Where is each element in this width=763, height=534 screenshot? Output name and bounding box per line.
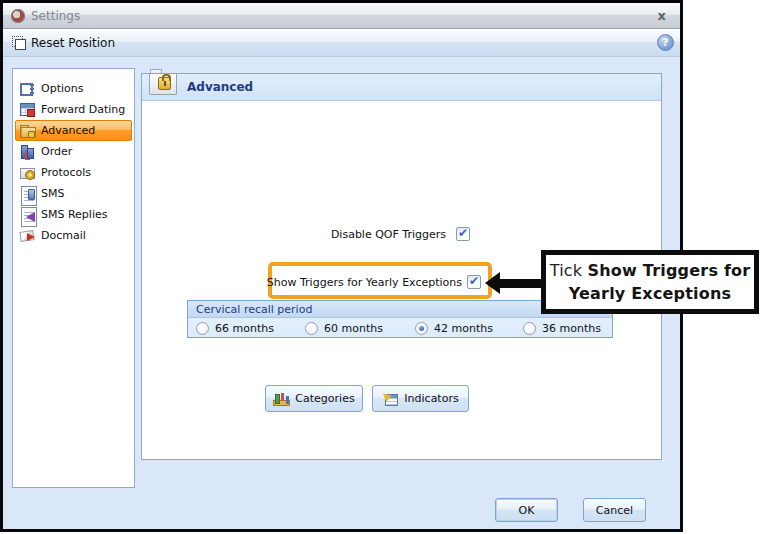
checkbox-label: Show Triggers for Yearly Exceptions (267, 276, 462, 289)
sidebar-item-label: SMS (41, 187, 64, 200)
radio-60-months[interactable]: 60 months (305, 322, 383, 335)
categories-button[interactable]: Categories (265, 385, 363, 412)
annotation-prefix: Tick (550, 261, 588, 280)
categories-button-label: Categories (295, 392, 354, 405)
folder-gear-icon (20, 165, 35, 180)
sidebar-item-sms[interactable]: SMS (15, 183, 132, 204)
annotation-callout: Tick Show Triggers for Yearly Exceptions (541, 250, 759, 314)
annotation-arrow-icon (485, 272, 500, 294)
sidebar-item-advanced[interactable]: Advanced (15, 120, 132, 141)
radio-label: 60 months (324, 322, 383, 335)
bar-chart-icon (273, 392, 289, 406)
radio-button[interactable] (415, 322, 428, 335)
sms-replies-icon (20, 207, 35, 222)
settings-gear-icon (11, 9, 25, 23)
indicators-button[interactable]: Indicators (372, 385, 469, 412)
help-button[interactable]: ? (657, 34, 674, 51)
sidebar-item-label: SMS Replies (41, 208, 107, 221)
reset-position-icon (12, 36, 26, 50)
docmail-icon (20, 228, 35, 243)
cancel-button[interactable]: Cancel (583, 498, 646, 522)
radio-42-months[interactable]: 42 months (415, 322, 493, 335)
sms-icon (20, 186, 35, 201)
radio-label: 36 months (542, 322, 601, 335)
sidebar-item-protocols[interactable]: Protocols (15, 162, 132, 183)
ok-button-label: OK (519, 504, 535, 517)
folder-lock-icon (149, 69, 179, 97)
sidebar-item-label: Advanced (41, 124, 95, 137)
annotated-screenshot: Settings x Reset Position ? Options Forw… (0, 0, 763, 534)
title-bar[interactable]: Settings x (3, 3, 680, 29)
options-icon (20, 81, 35, 96)
annotation-arrow-line (499, 279, 543, 288)
settings-sidebar: Options Forward Dating Advanced Order Pr… (12, 68, 135, 488)
radio-66-months[interactable]: 66 months (196, 322, 274, 335)
indicators-icon (382, 392, 398, 406)
show-triggers-yearly-exceptions-checkbox[interactable] (467, 275, 481, 289)
sidebar-item-forward-dating[interactable]: Forward Dating (15, 99, 132, 120)
window-title: Settings (31, 9, 80, 23)
indicators-button-label: Indicators (404, 392, 458, 405)
radio-36-months[interactable]: 36 months (523, 322, 601, 335)
sidebar-item-label: Order (41, 145, 72, 158)
radio-button[interactable] (196, 322, 209, 335)
sidebar-item-order[interactable]: Order (15, 141, 132, 162)
show-triggers-yearly-exceptions-row: Show Triggers for Yearly Exceptions (142, 275, 481, 289)
order-icon (20, 144, 35, 159)
annotation-bold-text: Show Triggers for Yearly Exceptions (569, 261, 751, 303)
panel-title: Advanced (187, 80, 253, 94)
close-button[interactable]: x (652, 6, 672, 26)
help-icon: ? (662, 36, 668, 49)
toolbar: Reset Position ? (3, 29, 680, 57)
radio-button[interactable] (523, 322, 536, 335)
sidebar-item-label: Protocols (41, 166, 91, 179)
radio-label: 66 months (215, 322, 274, 335)
sidebar-item-label: Options (41, 82, 83, 95)
sidebar-item-sms-replies[interactable]: SMS Replies (15, 204, 132, 225)
sidebar-item-label: Forward Dating (41, 103, 125, 116)
calendar-icon (20, 102, 35, 117)
sidebar-item-docmail[interactable]: Docmail (15, 225, 132, 246)
disable-qof-triggers-checkbox[interactable] (456, 227, 470, 241)
annotation-text: Tick Show Triggers for Yearly Exceptions (546, 259, 754, 305)
sidebar-item-label: Docmail (41, 229, 86, 242)
disable-qof-triggers-row: Disable QOF Triggers (142, 227, 470, 241)
reset-position-button[interactable]: Reset Position (9, 34, 121, 52)
radio-label: 42 months (434, 322, 493, 335)
panel-header: Advanced (142, 74, 661, 101)
folder-lock-icon (20, 123, 35, 138)
reset-position-label: Reset Position (31, 36, 115, 50)
sidebar-item-options[interactable]: Options (15, 78, 132, 99)
radio-button[interactable] (305, 322, 318, 335)
cancel-button-label: Cancel (596, 504, 633, 517)
checkbox-label: Disable QOF Triggers (331, 228, 446, 241)
ok-button[interactable]: OK (495, 498, 558, 522)
